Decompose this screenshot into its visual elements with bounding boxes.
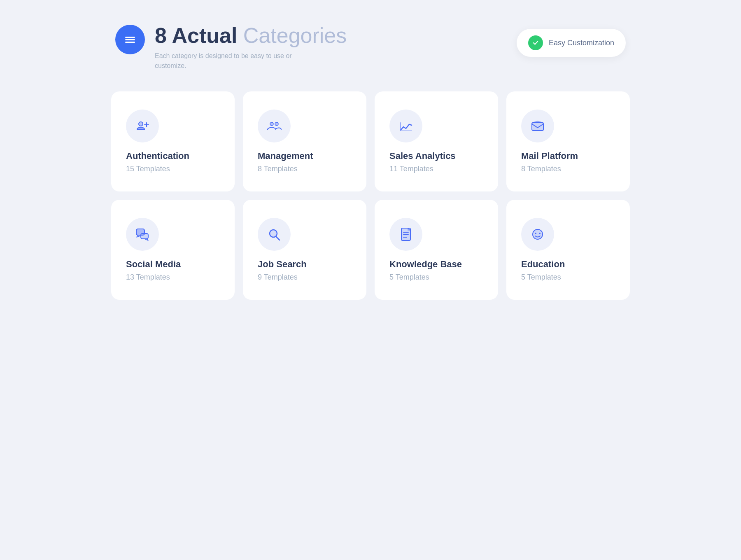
card-job-search[interactable]: Job Search 9 Templates <box>243 200 366 300</box>
card-title-knowledge-base: Knowledge Base <box>389 259 483 270</box>
card-education[interactable]: Education 5 Templates <box>506 200 630 300</box>
menu-icon <box>115 25 145 54</box>
card-info-job-search: Job Search 9 Templates <box>258 259 352 282</box>
card-icon-education <box>521 218 554 251</box>
card-icon-social-media <box>126 218 159 251</box>
card-title-authentication: Authentication <box>126 151 220 161</box>
badge-label: Easy Customization <box>549 39 614 47</box>
card-icon-authentication <box>126 110 159 142</box>
card-social-media[interactable]: Social Media 13 Templates <box>111 200 235 300</box>
card-title-social-media: Social Media <box>126 259 220 270</box>
card-title-sales-analytics: Sales Analytics <box>389 151 483 161</box>
page-subtitle: Each category is designed to be easy to … <box>155 51 311 71</box>
card-count-knowledge-base: 5 Templates <box>389 273 483 282</box>
card-info-management: Management 8 Templates <box>258 151 352 173</box>
card-count-social-media: 13 Templates <box>126 273 220 282</box>
svg-rect-17 <box>141 233 148 239</box>
easy-customization-badge: Easy Customization <box>517 29 626 57</box>
card-count-sales-analytics: 11 Templates <box>389 165 483 173</box>
card-info-authentication: Authentication 15 Templates <box>126 151 220 173</box>
header-text: 8 Actual Categories Each category is des… <box>155 25 347 71</box>
svg-rect-2 <box>125 42 135 43</box>
card-info-mail-platform: Mail Platform 8 Templates <box>521 151 615 173</box>
page-wrapper: 8 Actual Categories Each category is des… <box>111 16 630 308</box>
card-count-authentication: 15 Templates <box>126 165 220 173</box>
card-info-education: Education 5 Templates <box>521 259 615 282</box>
card-count-education: 5 Templates <box>521 273 615 282</box>
card-icon-mail-platform <box>521 110 554 142</box>
card-title-management: Management <box>258 151 352 161</box>
svg-rect-13 <box>532 123 543 131</box>
card-count-management: 8 Templates <box>258 165 352 173</box>
cards-grid: Authentication 15 Templates Management 8… <box>111 91 630 300</box>
card-management[interactable]: Management 8 Templates <box>243 91 366 191</box>
card-icon-sales-analytics <box>389 110 422 142</box>
check-icon <box>528 35 543 50</box>
card-sales-analytics[interactable]: Sales Analytics 11 Templates <box>375 91 498 191</box>
card-authentication[interactable]: Authentication 15 Templates <box>111 91 235 191</box>
card-title-job-search: Job Search <box>258 259 352 270</box>
card-mail-platform[interactable]: Mail Platform 8 Templates <box>506 91 630 191</box>
card-knowledge-base[interactable]: Knowledge Base 5 Templates <box>375 200 498 300</box>
card-icon-management <box>258 110 291 142</box>
svg-rect-1 <box>125 39 135 40</box>
svg-point-30 <box>539 233 541 234</box>
header: 8 Actual Categories Each category is des… <box>111 25 630 71</box>
card-count-job-search: 9 Templates <box>258 273 352 282</box>
card-info-social-media: Social Media 13 Templates <box>126 259 220 282</box>
card-icon-knowledge-base <box>389 218 422 251</box>
svg-rect-0 <box>125 37 135 38</box>
page-title: 8 Actual Categories <box>155 25 347 46</box>
card-info-knowledge-base: Knowledge Base 5 Templates <box>389 259 483 282</box>
svg-point-29 <box>535 233 536 234</box>
header-left: 8 Actual Categories Each category is des… <box>115 25 347 71</box>
card-info-sales-analytics: Sales Analytics 11 Templates <box>389 151 483 173</box>
card-title-mail-platform: Mail Platform <box>521 151 615 161</box>
card-count-mail-platform: 8 Templates <box>521 165 615 173</box>
svg-line-21 <box>276 236 280 240</box>
card-icon-job-search <box>258 218 291 251</box>
card-title-education: Education <box>521 259 615 270</box>
